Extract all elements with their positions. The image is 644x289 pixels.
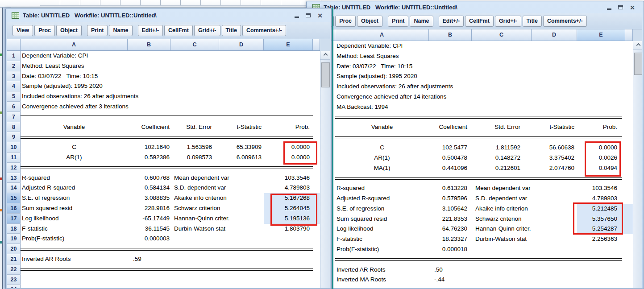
stat-label[interactable]: F-statistic	[335, 234, 429, 244]
stat-label[interactable]: Hannan-Quinn criter.	[472, 224, 577, 234]
stat-label[interactable]: Log likelihood	[335, 224, 429, 234]
stat-value[interactable]: -65.17449	[128, 214, 170, 224]
stat-label[interactable]: Sum squared resid	[335, 214, 429, 224]
info-cell[interactable]: Convergence achieved after 14 iterations	[335, 92, 625, 102]
row-number[interactable]: 18	[7, 224, 21, 234]
roots-value[interactable]: .50	[429, 265, 472, 275]
info-cell[interactable]: Included observations: 26 after adjustme…	[335, 82, 625, 92]
row-number[interactable]: 23	[7, 275, 21, 285]
scrollbar-thumb[interactable]	[321, 62, 330, 87]
stat-label[interactable]: S.E. of regression	[21, 193, 128, 203]
cellfmt-button[interactable]: CellFmt	[465, 16, 494, 27]
header-t-statistic[interactable]: t-Statistic	[532, 122, 577, 132]
grid-button[interactable]: Grid+/-	[495, 16, 521, 27]
stat-value[interactable]: 0.600768	[128, 173, 170, 183]
row-number-selected[interactable]: 16	[7, 203, 21, 214]
stat-value[interactable]: 0.584134	[128, 183, 170, 193]
coefficient-cell[interactable]: 102.1640	[128, 142, 170, 153]
row-number[interactable]: 4	[7, 81, 21, 91]
scrollbar-thumb[interactable]	[634, 53, 642, 75]
stat-value[interactable]: 103.3546	[577, 183, 625, 194]
header-t-statistic[interactable]: t-Statistic	[219, 122, 264, 132]
column-header-e[interactable]: E	[577, 29, 625, 41]
stat-label[interactable]: Mean dependent var	[472, 183, 577, 194]
t-statistic-cell[interactable]: 3.375402	[532, 153, 577, 163]
row-number-selected[interactable]: 17	[7, 214, 21, 224]
stat-value[interactable]: 18.23327	[429, 234, 472, 244]
maximize-icon[interactable]	[306, 13, 311, 17]
right-vertical-scrollbar[interactable]	[633, 41, 642, 288]
comments-button[interactable]: Comments+/-	[543, 16, 587, 27]
close-icon[interactable]: ✕	[317, 12, 323, 19]
t-statistic-cell[interactable]: 2.074760	[532, 163, 577, 173]
stat-label[interactable]: Hannan-Quinn criter.	[170, 214, 264, 224]
row-number[interactable]: 3	[7, 71, 21, 82]
column-header-c[interactable]: C	[170, 39, 219, 51]
row-number[interactable]: 2	[7, 61, 21, 71]
stat-label[interactable]: S.E. of regression	[335, 204, 429, 214]
scroll-up-button[interactable]	[633, 41, 642, 50]
row-number[interactable]: 24	[7, 285, 21, 288]
grid-button[interactable]: Grid+/-	[194, 25, 220, 36]
stat-label[interactable]: Prob(F-statistic)	[335, 244, 429, 255]
row-number[interactable]: 19	[7, 234, 21, 244]
stat-value[interactable]: 3.105642	[429, 204, 472, 214]
header-std-error[interactable]: Std. Error	[472, 122, 532, 132]
roots-label[interactable]: Inverted MA Roots	[335, 275, 429, 285]
info-cell[interactable]: Sample (adjusted): 1995 2020	[21, 81, 313, 91]
header-coefficient[interactable]: Coefficient	[429, 122, 472, 132]
row-number[interactable]: 1	[7, 51, 21, 61]
stat-value[interactable]: 221.8353	[429, 214, 472, 224]
roots-value[interactable]: .59	[128, 254, 170, 264]
stat-value[interactable]: -64.76230	[429, 224, 472, 234]
info-cell[interactable]: Included observations: 26 after adjustme…	[21, 91, 313, 102]
right-window-titlebar[interactable]: Table: UNTITLED Workfile: UNTITLED::Unti…	[308, 1, 642, 13]
title-button[interactable]: Title	[222, 25, 241, 36]
row-number[interactable]: 22	[7, 264, 21, 275]
stat-label[interactable]: S.D. dependent var	[472, 194, 577, 204]
header-variable[interactable]: Variable	[335, 122, 429, 132]
column-header-b[interactable]: B	[128, 39, 170, 51]
header-prob[interactable]: Prob.	[577, 122, 625, 132]
row-number[interactable]: 12	[7, 163, 21, 173]
stat-label[interactable]: Durbin-Watson stat	[170, 224, 264, 234]
t-statistic-cell[interactable]: 6.009613	[219, 153, 264, 163]
stat-value[interactable]: 36.11545	[128, 224, 170, 234]
cellfmt-button[interactable]: CellFmt	[164, 25, 193, 36]
proc-button[interactable]: Proc	[335, 16, 356, 27]
row-number[interactable]: 20	[7, 244, 21, 254]
stat-label[interactable]: Akaike info criterion	[472, 204, 577, 214]
row-number[interactable]: 10	[7, 142, 21, 153]
stat-value[interactable]: 0.000003	[128, 234, 170, 244]
info-cell[interactable]: Convergence achieved after 3 iterations	[21, 102, 313, 112]
coefficient-cell[interactable]: 102.5477	[429, 143, 472, 153]
stat-label[interactable]: F-statistic	[21, 224, 128, 234]
header-std-error[interactable]: Std. Error	[170, 122, 219, 132]
column-header-d[interactable]: D	[532, 29, 577, 41]
row-number[interactable]: 6	[7, 102, 21, 112]
info-cell[interactable]: Date: 03/07/22 Time: 10:15	[335, 62, 625, 72]
proc-button[interactable]: Proc	[34, 25, 55, 36]
coefficient-cell[interactable]: 0.592386	[128, 153, 170, 163]
info-cell[interactable]: Dependent Variable: CPI	[21, 51, 313, 61]
header-variable[interactable]: Variable	[21, 122, 128, 132]
roots-label[interactable]: Inverted AR Roots	[335, 265, 429, 275]
row-number[interactable]: 13	[7, 173, 21, 183]
column-header-a[interactable]: A	[21, 39, 128, 51]
info-cell[interactable]: Date: 03/07/22 Time: 10:15	[21, 71, 313, 82]
title-button[interactable]: Title	[523, 16, 542, 27]
edit-button[interactable]: Edit+/-	[439, 16, 464, 27]
stat-label[interactable]: Mean dependent var	[170, 173, 264, 183]
column-header-c[interactable]: C	[472, 29, 532, 41]
edit-button[interactable]: Edit+/-	[138, 25, 163, 36]
std-error-cell[interactable]: 1.811592	[472, 143, 532, 153]
stat-label[interactable]: Schwarz criterion	[472, 214, 577, 224]
row-number[interactable]: 21	[7, 254, 21, 264]
variable-cell[interactable]: MA(1)	[335, 163, 429, 173]
row-number-selected[interactable]: 15	[7, 193, 21, 203]
row-number[interactable]: 14	[7, 183, 21, 193]
roots-label[interactable]: Inverted AR Roots	[21, 254, 128, 264]
print-button[interactable]: Print	[388, 16, 408, 27]
info-cell[interactable]: Method: Least Squares	[335, 51, 625, 62]
left-window-titlebar[interactable]: Table: UNTITLED Workfile: UNTITLED::Unti…	[7, 8, 330, 22]
